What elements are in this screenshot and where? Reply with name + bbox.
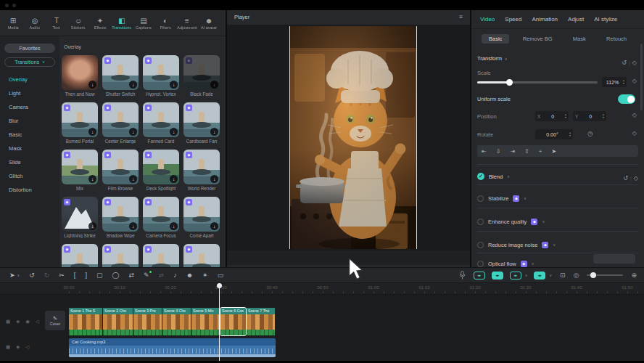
toggle-visibility-icon[interactable]: ◉ [25,319,30,325]
reset-icon[interactable]: ↺ [622,60,627,66]
beat-sync-icon[interactable]: ◂▸ [534,272,545,280]
optical-flow-action-button[interactable] [593,254,635,264]
player-options-icon[interactable]: ≡ [459,13,463,20]
lock-track-icon[interactable]: ◈ [16,319,20,325]
toolbar-item-media[interactable]: ⊞Media [2,17,24,30]
zoom-fit-icon[interactable]: ◎ [574,272,579,279]
transition-item[interactable]: ◆↓Shutter Switch [102,55,139,102]
rotate-input[interactable]: 0.00° ▴▾ [535,129,573,139]
select-tool-icon[interactable]: ➤ [9,272,15,279]
checkbox-checked-icon[interactable]: ✓ [477,173,484,180]
checkbox-unchecked-icon[interactable] [477,242,484,248]
align-top-icon[interactable]: ⇧ [524,148,529,155]
transform-header[interactable]: Transform ∧ [477,55,508,62]
crop-guide-left[interactable] [289,26,290,249]
select-cursor-icon[interactable]: ➤ [551,148,556,155]
toolbar-item-captions[interactable]: ▤Captions [133,17,154,30]
step-down-icon[interactable]: ▾ [565,116,566,119]
playhead-handle[interactable] [217,283,222,288]
tab-speed[interactable]: Speed [505,16,521,23]
clip-3[interactable]: Scene 3 Pre [133,308,162,335]
transition-item[interactable]: ◆↓ [102,244,139,267]
position-y-input[interactable]: Y 0 ▴▾ [573,111,606,121]
toolbar-item-effects[interactable]: ✦Effects [89,17,111,30]
keyframe-icon[interactable]: ◇ [634,175,638,182]
panel-scrollbar[interactable] [640,44,643,110]
transition-item[interactable]: ◆↓Camera Focus [143,197,179,244]
zoom-slider-knob[interactable] [590,272,596,278]
timeline-ruler[interactable]: 00:0000:1000:2000:3000:4000:5001:0001:10… [0,283,644,295]
toolbar-item-filters[interactable]: ◐Filters [154,17,176,30]
magnet-snap-icon[interactable]: ◂▸ [474,272,485,280]
stabilize-section[interactable]: Stabilize◆∨ [477,193,638,203]
uniform-scale-toggle[interactable] [618,94,635,104]
preview-window-icon[interactable]: ⊡ [560,272,566,279]
rotate-dial-icon[interactable]: ◷ [587,130,593,137]
track-type-icon[interactable]: ▦ [6,344,10,350]
align-center-icon[interactable]: + [539,148,542,155]
keyframe-icon[interactable]: ◇ [632,130,637,136]
step-down-icon[interactable]: ▾ [603,116,604,119]
sidebar-item-light[interactable]: Light [0,86,59,100]
scale-slider[interactable] [477,81,598,83]
transition-item[interactable]: ◆↓Center Enlarge [102,102,139,150]
lock-track-icon[interactable]: ◈ [16,344,20,350]
tab-adjust[interactable]: Adjust [568,16,584,23]
keyframe-icon[interactable]: ◇ [632,112,637,118]
transition-item[interactable]: ◆↓Black Fade [183,55,220,102]
audio-detach-icon[interactable]: ♪ [173,272,177,279]
transition-item[interactable]: ◆↓Come Apart [183,197,220,244]
playhead[interactable] [219,283,220,361]
align-bottom-icon[interactable]: ⇩ [496,148,501,155]
auto-transition-icon[interactable]: ◂▸ [510,272,521,280]
mute-track-icon[interactable]: ◁ [25,344,29,350]
toolbar-item-audio[interactable]: ◎Audio [24,17,46,30]
window-control-icon[interactable] [12,4,16,7]
toolbar-item-adjustment[interactable]: ≡Adjustment [176,17,198,30]
sidebar-item-mask[interactable]: Mask [0,142,59,155]
link-clips-icon[interactable]: ◂▸ [492,272,503,280]
toolbar-item-ai-avatar[interactable]: ☻AI avatar [198,17,220,30]
chevron-down-icon[interactable]: ∨ [525,273,528,277]
transitions-dropdown[interactable]: Transitions ∨ [4,57,55,67]
enhance-quality-section[interactable]: Enhance quality◆∨ [477,216,638,227]
keyframe-icon[interactable]: ◇ [632,60,637,66]
blend-section[interactable]: ✓ Blend ∨ ↺|◇ [477,171,638,182]
subtab-basic[interactable]: Basic [482,34,509,44]
toolbar-item-text[interactable]: TText [46,17,67,30]
checkbox-unchecked-icon[interactable] [477,219,484,225]
sidebar-item-basic[interactable]: Basic [0,128,59,142]
transition-item[interactable]: ◆↓Deck Spotlight [143,150,179,197]
step-down-icon[interactable]: ▾ [623,82,624,85]
freeze-frame-icon[interactable]: ◯ [112,272,119,279]
clip-6[interactable]: Scene 6 Coo [220,308,246,335]
sidebar-item-overlay[interactable]: Overlay [0,73,59,86]
chevron-down-icon[interactable]: ∨ [17,273,20,277]
step-down-icon[interactable]: ▾ [569,134,571,137]
undo-icon[interactable]: ↺ [29,272,35,279]
position-x-input[interactable]: X 0 ▴▾ [535,111,569,121]
transition-item[interactable]: ↓Then and Now [62,55,98,102]
reset-icon[interactable]: ↺ [623,175,628,182]
transition-item[interactable]: ◆↓Mix [62,150,98,197]
clip-1[interactable]: Scene 1 The S [69,308,102,335]
window-control-icon[interactable] [5,4,9,7]
chevron-down-icon[interactable]: ∨ [549,273,552,277]
toolbar-item-transitions[interactable]: ◧Transitions [111,17,133,30]
delete-left-icon[interactable]: [ [74,272,76,279]
sidebar-item-camera[interactable]: Camera [0,100,59,114]
extract-person-icon[interactable]: ☻ [186,272,193,279]
ai-tools-icon[interactable]: ✶ [202,272,208,279]
toolbar-item-stickers[interactable]: ☺Stickers [67,17,89,30]
voiceover-mic-icon[interactable] [459,271,466,280]
transition-item[interactable]: ◆↓Shadow Wipe [102,197,139,244]
reduce-noise-section[interactable]: Reduce image noise◆∨ [477,240,638,250]
keyframe-icon[interactable]: ◇ [632,78,637,84]
checkbox-unchecked-icon[interactable] [477,195,484,202]
clip-7[interactable]: Scene 7 The [247,308,275,335]
clip-4[interactable]: Scene 4 Cho [162,308,191,335]
delete-right-icon[interactable]: ] [85,272,87,279]
reverse-icon[interactable]: ⇄ [128,272,134,279]
transition-item[interactable]: ◆↓Cardboard Fan [183,102,220,150]
sidebar-item-glitch[interactable]: Glitch [0,169,59,183]
